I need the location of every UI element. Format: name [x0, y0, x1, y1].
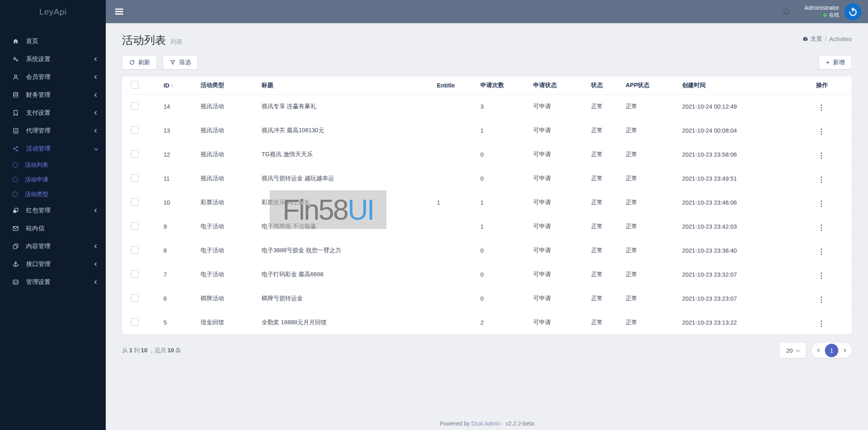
- row-actions-menu-icon[interactable]: [819, 127, 824, 136]
- cell-entitle: [437, 118, 480, 142]
- cell-title: 电子周周领 不论输赢: [262, 214, 437, 238]
- cell-count: 0: [480, 262, 533, 286]
- chevron-down-icon: [94, 146, 98, 151]
- cell-app_status: 正常: [626, 166, 682, 190]
- dcat-admin-link[interactable]: Dcat Admin: [471, 420, 501, 427]
- cell-app_status: 正常: [626, 118, 682, 142]
- bookmark-icon: [11, 109, 20, 116]
- cell-actions: [816, 214, 852, 238]
- sidebar-item-label: 接口管理: [26, 260, 50, 268]
- cell-entitle: [437, 166, 480, 190]
- sidebar-item-api-management[interactable]: 接口管理: [0, 255, 106, 273]
- power-icon: [848, 7, 858, 17]
- row-checkbox[interactable]: [131, 126, 139, 134]
- sidebar-item-site-message[interactable]: 站内信: [0, 219, 106, 237]
- row-actions-menu-icon[interactable]: [819, 103, 824, 112]
- cell-id: 6: [164, 286, 201, 310]
- sidebar-item-activity-management[interactable]: 活动管理: [0, 140, 106, 157]
- app-logo[interactable]: LeyApi: [0, 0, 106, 23]
- chevron-left-icon: [94, 111, 98, 115]
- cell-status: 正常: [591, 310, 626, 334]
- breadcrumb-current: Activities: [829, 36, 852, 42]
- sidebar-item-label: 活动管理: [26, 145, 50, 153]
- pagination-summary: 从1到10，总共10条: [122, 347, 181, 354]
- username: Administrator: [805, 4, 839, 11]
- sidebar-item-payment-settings[interactable]: 支付设置: [0, 104, 106, 122]
- row-actions-menu-icon[interactable]: [819, 151, 824, 160]
- row-checkbox[interactable]: [131, 318, 139, 326]
- activities-table: ID↑活动类型标题Entitle申请次数申请状态状态APP状态创建时间操作 14…: [122, 76, 852, 334]
- sidebar-subitem-activity-apply[interactable]: 活动申请: [0, 172, 106, 187]
- notification-bell-icon[interactable]: [782, 7, 791, 16]
- online-dot: [823, 13, 827, 17]
- sidebar-item-member-management[interactable]: 会员管理: [0, 68, 106, 86]
- sidebar-item-label: 管理设置: [26, 278, 50, 286]
- row-checkbox[interactable]: [131, 198, 139, 206]
- sidebar-item-system-settings[interactable]: 系统设置: [0, 50, 106, 68]
- prev-page-button[interactable]: [813, 343, 825, 358]
- cell-app_status: 正常: [626, 262, 682, 286]
- anchor-icon: [11, 261, 20, 268]
- table-row: 7电子活动电子打码彩金 最高66660可申请正常正常2021-10-23 23:…: [122, 262, 852, 286]
- sort-asc-icon[interactable]: ↑: [171, 83, 174, 89]
- row-checkbox[interactable]: [131, 174, 139, 182]
- row-checkbox[interactable]: [131, 246, 139, 254]
- sidebar-subitem-activity-type[interactable]: 活动类型: [0, 187, 106, 201]
- select-all-checkbox[interactable]: [131, 81, 139, 89]
- row-actions-menu-icon[interactable]: [819, 271, 824, 280]
- cell-apply_status: 可申请: [533, 310, 591, 334]
- current-page-button[interactable]: 1: [825, 344, 838, 357]
- sidebar-item-admin-settings[interactable]: 管理设置: [0, 273, 106, 291]
- row-checkbox[interactable]: [131, 270, 139, 278]
- sidebar-item-redpacket-management[interactable]: 红包管理: [0, 201, 106, 219]
- next-page-button[interactable]: [838, 343, 850, 358]
- cell-id: 7: [164, 262, 201, 286]
- plus-icon: +: [826, 59, 830, 66]
- row-actions-menu-icon[interactable]: [819, 295, 824, 304]
- sidebar-subitem-activity-list[interactable]: 活动列表: [0, 157, 106, 172]
- refresh-button[interactable]: 刷新: [122, 55, 157, 70]
- column-header: 申请次数: [480, 76, 533, 94]
- sidebar-item-finance-management[interactable]: 财务管理: [0, 86, 106, 104]
- add-button[interactable]: + 新增: [819, 55, 852, 70]
- sidebar-toggle-icon[interactable]: [115, 7, 123, 16]
- cell-id: 9: [164, 214, 201, 238]
- chevron-left-icon: [94, 75, 98, 79]
- cell-created: 2021-10-23 23:42:03: [682, 214, 816, 238]
- cell-entitle: [437, 310, 480, 334]
- avatar[interactable]: [844, 3, 861, 20]
- sidebar-item-home[interactable]: 首页: [0, 32, 106, 50]
- cell-app_status: 正常: [626, 238, 682, 262]
- dashboard-icon: [802, 36, 809, 42]
- cell-apply_status: 可申请: [533, 94, 591, 118]
- row-checkbox[interactable]: [131, 222, 139, 230]
- row-actions-menu-icon[interactable]: [819, 247, 824, 256]
- page-subtitle: 列表: [170, 38, 183, 46]
- row-actions-menu-icon[interactable]: [819, 175, 824, 184]
- sidebar-item-content-management[interactable]: 内容管理: [0, 237, 106, 255]
- pager: 1: [811, 343, 852, 358]
- gears-icon: [11, 56, 20, 63]
- cell-status: 正常: [591, 94, 626, 118]
- row-actions-menu-icon[interactable]: [819, 319, 824, 328]
- sidebar-item-label: 系统设置: [26, 55, 50, 63]
- filter-button[interactable]: 筛选: [163, 55, 198, 70]
- column-header: APP状态: [626, 76, 682, 94]
- column-header: 标题: [262, 76, 437, 94]
- row-checkbox[interactable]: [131, 294, 139, 302]
- row-checkbox[interactable]: [131, 150, 139, 158]
- row-checkbox[interactable]: [131, 102, 139, 110]
- cell-created: 2021-10-24 00:12:49: [682, 94, 816, 118]
- cell-app_status: 正常: [626, 286, 682, 310]
- cell-count: 2: [480, 310, 533, 334]
- sidebar-item-agent-management[interactable]: 代理管理: [0, 122, 106, 140]
- mail-icon: [11, 225, 20, 232]
- column-header: 创建时间: [682, 76, 816, 94]
- row-actions-menu-icon[interactable]: [819, 223, 824, 232]
- user-menu[interactable]: Administrator 在线: [805, 4, 839, 19]
- per-page-select[interactable]: 20: [780, 343, 806, 358]
- breadcrumb-home[interactable]: 主页: [802, 35, 822, 43]
- cell-type: 现金回馈: [201, 310, 262, 334]
- cell-created: 2021-10-23 23:23:07: [682, 286, 816, 310]
- row-actions-menu-icon[interactable]: [819, 199, 824, 208]
